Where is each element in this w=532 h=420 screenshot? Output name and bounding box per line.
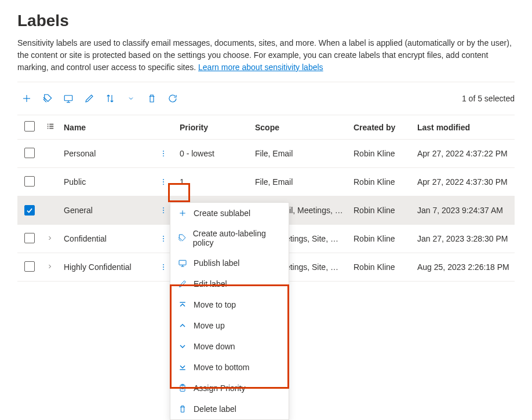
chevron-down-icon[interactable] [122, 89, 140, 108]
divider [17, 82, 515, 82]
row-name[interactable]: Public [59, 168, 152, 196]
svg-point-21 [163, 238, 164, 239]
menu-label: Create sublabel [194, 209, 250, 218]
svg-point-16 [163, 184, 164, 185]
column-name[interactable]: Name [59, 115, 152, 140]
toolbar: 1 of 5 selected [17, 85, 515, 112]
row-checkbox[interactable] [24, 233, 35, 243]
reorder-icon[interactable] [101, 89, 119, 108]
learn-more-link[interactable]: Learn more about sensitivity labels [198, 63, 323, 72]
svg-rect-7 [48, 126, 49, 127]
menu-publish[interactable]: Publish label [170, 253, 289, 273]
publish-icon[interactable] [59, 89, 78, 108]
svg-point-20 [163, 236, 164, 237]
column-scope[interactable]: Scope [250, 115, 349, 140]
menu-edit[interactable]: Edit label [170, 273, 289, 293]
row-scope: File, Email [250, 140, 349, 168]
menu-create-sublabel[interactable]: Create sublabel [170, 203, 289, 224]
svg-point-17 [163, 207, 164, 209]
row-name[interactable]: General [59, 196, 152, 225]
svg-rect-28 [179, 260, 186, 265]
column-last-modified[interactable]: Last modified [413, 115, 515, 140]
svg-point-14 [163, 179, 164, 180]
row-more-button[interactable] [156, 147, 170, 160]
column-created-by[interactable]: Created by [349, 115, 413, 140]
auto-label-icon [177, 233, 187, 243]
menu-label: Edit label [194, 279, 227, 288]
row-more-button[interactable] [156, 232, 170, 246]
svg-rect-8 [49, 126, 53, 127]
row-created-by: Robin Kline [349, 140, 413, 168]
column-priority[interactable]: Priority [175, 115, 250, 140]
menu-label: Publish label [194, 258, 239, 268]
selection-status: 1 of 5 selected [462, 94, 515, 103]
svg-point-25 [163, 269, 164, 270]
delete-icon[interactable] [143, 89, 161, 108]
row-name[interactable]: Highly Confidential [59, 253, 152, 282]
context-menu: Create sublabel Create auto-labeling pol… [170, 202, 289, 293]
row-checkbox[interactable] [24, 148, 35, 158]
svg-point-15 [163, 181, 164, 182]
row-created-by: Robin Kline [349, 196, 413, 225]
menu-create-autolabel[interactable]: Create auto-labeling policy [170, 224, 289, 253]
add-button[interactable] [17, 89, 36, 108]
row-created-by: Robin Kline [349, 168, 413, 196]
row-checkbox[interactable] [24, 205, 35, 216]
row-priority: 1 [175, 168, 250, 196]
plus-icon [177, 208, 188, 218]
row-priority: 0 - lowest [175, 140, 250, 168]
svg-point-11 [163, 151, 164, 152]
svg-rect-5 [48, 124, 49, 125]
table-row[interactable]: Public1File, EmailRobin KlineApr 27, 202… [17, 168, 515, 196]
svg-rect-2 [64, 96, 72, 101]
list-view-icon[interactable] [46, 122, 54, 130]
row-created-by: Robin Kline [349, 253, 413, 282]
row-more-button[interactable] [156, 203, 170, 217]
row-last-modified: Jan 27, 2023 3:28:30 PM [413, 225, 515, 253]
refresh-icon[interactable] [163, 89, 182, 108]
row-scope: File, Email [250, 168, 349, 196]
svg-point-19 [163, 212, 164, 213]
row-more-button[interactable] [156, 175, 170, 189]
row-name[interactable]: Personal [59, 140, 152, 168]
row-checkbox[interactable] [24, 176, 35, 187]
table-row[interactable]: Personal0 - lowestFile, EmailRobin Kline… [17, 140, 515, 168]
monitor-icon [177, 258, 188, 268]
svg-point-13 [163, 155, 164, 156]
row-last-modified: Apr 27, 2022 4:37:22 PM [413, 140, 515, 168]
pencil-icon [177, 279, 188, 289]
svg-point-18 [163, 210, 164, 211]
select-all-checkbox[interactable] [24, 121, 35, 132]
row-last-modified: Aug 25, 2023 2:26:18 PM [413, 253, 515, 282]
row-last-modified: Apr 27, 2022 4:37:30 PM [413, 168, 515, 196]
svg-point-24 [163, 266, 164, 268]
svg-rect-6 [49, 124, 53, 125]
svg-point-23 [163, 264, 164, 265]
svg-point-22 [163, 240, 164, 242]
expand-chevron-icon[interactable] [46, 235, 53, 242]
menu-label: Create auto-labeling policy [193, 229, 282, 247]
svg-point-12 [163, 153, 164, 154]
row-last-modified: Jan 7, 2023 9:24:37 AM [413, 196, 515, 225]
row-name[interactable]: Confidential [59, 225, 152, 253]
auto-label-icon[interactable] [38, 89, 57, 108]
expand-chevron-icon[interactable] [46, 263, 53, 270]
row-more-button[interactable] [156, 260, 170, 274]
page-description: Sensitivity labels are used to classify … [17, 37, 515, 74]
edit-icon[interactable] [80, 89, 99, 108]
svg-rect-10 [49, 128, 53, 129]
svg-rect-9 [48, 128, 49, 129]
page-title: Labels [17, 12, 515, 30]
row-created-by: Robin Kline [349, 225, 413, 253]
row-checkbox[interactable] [24, 261, 35, 272]
